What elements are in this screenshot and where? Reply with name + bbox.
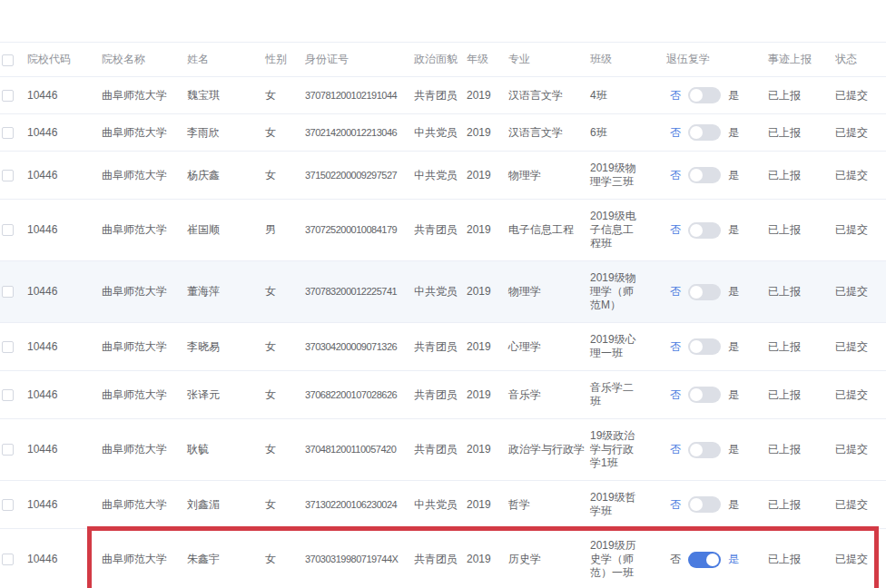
switch-label-yes: 是 (728, 126, 739, 140)
row-checkbox[interactable] (2, 224, 14, 236)
switch-label-no: 否 (670, 340, 681, 354)
cell-report: 已上报 (768, 114, 835, 152)
cell-gender: 女 (265, 529, 305, 588)
cell-checkbox (0, 371, 27, 419)
cell-grade: 2019 (467, 323, 508, 371)
switch-label-no: 否 (670, 285, 681, 299)
veteran-switch[interactable] (688, 442, 721, 458)
veteran-switch[interactable] (688, 284, 721, 300)
switch-label-yes: 是 (728, 285, 739, 299)
table-row: 10446曲阜师范大学崔国顺男370725200010084179共青团员201… (0, 200, 886, 261)
cell-gender: 男 (265, 200, 305, 261)
cell-code: 10446 (27, 371, 102, 419)
cell-political: 共青团员 (414, 77, 467, 114)
cell-code: 10446 (27, 481, 102, 529)
table-row: 10446曲阜师范大学张译元女370682200107028626共青团员201… (0, 371, 886, 419)
cell-id_number: 371302200106230024 (305, 481, 414, 529)
veteran-switch[interactable] (688, 222, 721, 239)
column-header-grade: 年级 (467, 43, 508, 77)
cell-school: 曲阜师范大学 (102, 152, 187, 200)
row-checkbox[interactable] (2, 90, 14, 102)
column-header-code: 院校代码 (27, 43, 102, 77)
cell-checkbox (0, 114, 27, 152)
cell-name: 魏宝琪 (187, 77, 265, 114)
cell-class_name: 19级政治学与行政学1班 (590, 419, 666, 481)
row-checkbox[interactable] (2, 286, 14, 298)
cell-name: 董海萍 (187, 261, 265, 323)
cell-report: 已上报 (768, 77, 835, 114)
cell-school: 曲阜师范大学 (102, 419, 187, 481)
cell-report: 已上报 (768, 323, 835, 371)
cell-veteran: 否是 (666, 152, 768, 200)
class-name-text: 2019级电子信息工程班 (590, 210, 643, 250)
cell-political: 中共党员 (414, 114, 467, 152)
cell-gender: 女 (265, 261, 305, 323)
cell-id_number: 370725200010084179 (305, 200, 414, 261)
switch-label-yes: 是 (728, 443, 739, 456)
cell-code: 10446 (27, 323, 102, 371)
cell-name: 李雨欣 (187, 114, 265, 152)
cell-school: 曲阜师范大学 (102, 261, 187, 323)
cell-name: 耿毓 (187, 419, 265, 481)
row-checkbox[interactable] (2, 170, 14, 181)
column-header-report: 事迹上报 (768, 43, 835, 77)
cell-report: 已上报 (768, 200, 835, 261)
switch-label-no: 否 (670, 498, 681, 512)
table-body: 10446曲阜师范大学魏宝琪女370781200102191044共青团员201… (0, 77, 886, 588)
cell-name: 张译元 (187, 371, 265, 419)
cell-name: 杨庆鑫 (187, 152, 265, 200)
switch-label-no: 否 (670, 126, 681, 140)
class-name-text: 19级政治学与行政学1班 (590, 429, 643, 470)
student-table: 院校代码院校名称姓名性别身份证号政治面貌年级专业班级退伍复学事迹上报状态 104… (0, 42, 886, 588)
cell-code: 10446 (27, 261, 102, 323)
row-checkbox[interactable] (2, 389, 14, 401)
row-checkbox[interactable] (2, 554, 14, 565)
cell-name: 刘鑫湄 (187, 481, 265, 529)
cell-veteran: 否是 (666, 481, 768, 529)
table-row: 10446曲阜师范大学魏宝琪女370781200102191044共青团员201… (0, 77, 886, 114)
table-row: 10446曲阜师范大学朱鑫宇女37030319980719744X共青团员201… (0, 529, 886, 588)
cell-class_name: 2019级物理学三班 (590, 152, 666, 200)
veteran-switch[interactable] (688, 496, 721, 513)
cell-status: 已提交 (835, 419, 886, 481)
cell-school: 曲阜师范大学 (102, 323, 187, 371)
veteran-switch[interactable] (688, 167, 721, 183)
cell-name: 李晓易 (187, 323, 265, 371)
class-name-text: 2019级哲学班 (590, 491, 643, 518)
cell-political: 中共党员 (414, 261, 467, 323)
cell-veteran: 否是 (666, 114, 768, 152)
row-checkbox[interactable] (2, 499, 14, 511)
veteran-switch[interactable] (688, 552, 721, 568)
cell-checkbox (0, 323, 27, 371)
cell-status: 已提交 (835, 200, 886, 261)
cell-id_number: 370481200110057420 (305, 419, 414, 481)
cell-grade: 2019 (467, 261, 508, 323)
cell-school: 曲阜师范大学 (102, 77, 187, 114)
cell-class_name: 2019级哲学班 (590, 481, 666, 529)
row-checkbox[interactable] (2, 444, 14, 456)
cell-report: 已上报 (768, 152, 835, 200)
cell-gender: 女 (265, 323, 305, 371)
veteran-switch[interactable] (688, 124, 721, 141)
cell-class_name: 2019级物理学（师范M） (590, 261, 666, 323)
cell-code: 10446 (27, 152, 102, 200)
veteran-switch[interactable] (688, 338, 721, 355)
veteran-switch[interactable] (688, 387, 721, 403)
row-checkbox[interactable] (2, 341, 14, 353)
cell-id_number: 370214200012213046 (305, 114, 414, 152)
switch-label-yes: 是 (728, 553, 739, 566)
cell-major: 汉语言文学 (508, 114, 590, 152)
cell-grade: 2019 (467, 152, 508, 200)
select-all-checkbox[interactable] (2, 54, 14, 66)
cell-major: 音乐学 (508, 371, 590, 419)
select-all-header (0, 43, 27, 77)
switch-label-yes: 是 (728, 89, 739, 103)
row-checkbox[interactable] (2, 127, 14, 139)
cell-major: 汉语言文学 (508, 77, 590, 114)
cell-gender: 女 (265, 77, 305, 114)
veteran-switch[interactable] (688, 87, 721, 103)
cell-grade: 2019 (467, 529, 508, 588)
cell-id_number: 370304200009071326 (305, 323, 414, 371)
cell-checkbox (0, 77, 27, 114)
switch-label-yes: 是 (728, 340, 739, 354)
